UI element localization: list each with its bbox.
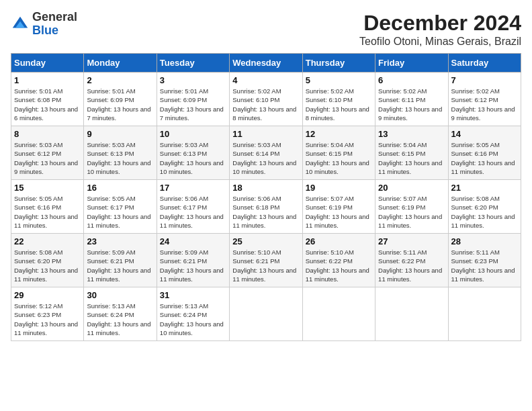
day-info: Sunrise: 5:01 AMSunset: 6:09 PMDaylight:… xyxy=(160,87,226,122)
logo-icon xyxy=(11,15,30,34)
calendar-cell: 31Sunrise: 5:13 AMSunset: 6:24 PMDayligh… xyxy=(157,287,229,341)
header-thursday: Thursday xyxy=(302,54,375,73)
day-number: 16 xyxy=(87,183,153,193)
day-info: Sunrise: 5:02 AMSunset: 6:10 PMDaylight:… xyxy=(232,87,299,122)
day-number: 9 xyxy=(87,129,153,139)
week-row-1: 1Sunrise: 5:01 AMSunset: 6:08 PMDaylight… xyxy=(11,73,521,126)
calendar-cell: 23Sunrise: 5:09 AMSunset: 6:21 PMDayligh… xyxy=(84,234,157,287)
calendar-cell: 2Sunrise: 5:01 AMSunset: 6:09 PMDaylight… xyxy=(84,73,157,126)
day-number: 8 xyxy=(14,129,81,139)
calendar-cell xyxy=(375,287,448,341)
calendar-cell: 11Sunrise: 5:03 AMSunset: 6:14 PMDayligh… xyxy=(230,126,302,180)
calendar-cell: 7Sunrise: 5:02 AMSunset: 6:12 PMDaylight… xyxy=(448,73,521,126)
day-number: 6 xyxy=(378,75,445,85)
day-info: Sunrise: 5:03 AMSunset: 6:13 PMDaylight:… xyxy=(160,140,226,176)
day-info: Sunrise: 5:04 AMSunset: 6:15 PMDaylight:… xyxy=(306,140,372,176)
calendar-cell: 28Sunrise: 5:11 AMSunset: 6:23 PMDayligh… xyxy=(448,234,521,287)
day-number: 11 xyxy=(232,129,299,139)
week-row-5: 29Sunrise: 5:12 AMSunset: 6:23 PMDayligh… xyxy=(11,287,521,341)
calendar-cell: 4Sunrise: 5:02 AMSunset: 6:10 PMDaylight… xyxy=(230,73,302,126)
day-number: 28 xyxy=(451,236,518,246)
day-info: Sunrise: 5:13 AMSunset: 6:24 PMDaylight:… xyxy=(160,302,226,337)
calendar-cell: 5Sunrise: 5:02 AMSunset: 6:10 PMDaylight… xyxy=(302,73,375,126)
day-number: 29 xyxy=(14,290,81,300)
day-info: Sunrise: 5:01 AMSunset: 6:08 PMDaylight:… xyxy=(14,87,81,122)
week-row-2: 8Sunrise: 5:03 AMSunset: 6:12 PMDaylight… xyxy=(11,126,521,180)
logo: General Blue xyxy=(11,11,77,38)
day-info: Sunrise: 5:11 AMSunset: 6:22 PMDaylight:… xyxy=(378,248,445,283)
calendar-cell: 20Sunrise: 5:07 AMSunset: 6:19 PMDayligh… xyxy=(375,180,448,234)
day-number: 26 xyxy=(306,236,372,246)
day-number: 27 xyxy=(378,236,445,246)
subtitle: Teofilo Otoni, Minas Gerais, Brazil xyxy=(359,36,521,48)
calendar-cell: 10Sunrise: 5:03 AMSunset: 6:13 PMDayligh… xyxy=(157,126,229,180)
calendar-cell: 16Sunrise: 5:05 AMSunset: 6:17 PMDayligh… xyxy=(84,180,157,234)
day-number: 10 xyxy=(160,129,226,139)
header-sunday: Sunday xyxy=(11,54,84,73)
calendar-cell: 24Sunrise: 5:09 AMSunset: 6:21 PMDayligh… xyxy=(157,234,229,287)
day-info: Sunrise: 5:09 AMSunset: 6:21 PMDaylight:… xyxy=(160,248,226,283)
day-number: 18 xyxy=(232,183,299,193)
day-info: Sunrise: 5:06 AMSunset: 6:17 PMDaylight:… xyxy=(160,194,226,230)
day-number: 17 xyxy=(160,183,226,193)
calendar-cell: 30Sunrise: 5:13 AMSunset: 6:24 PMDayligh… xyxy=(84,287,157,341)
day-number: 20 xyxy=(378,183,445,193)
week-row-4: 22Sunrise: 5:08 AMSunset: 6:20 PMDayligh… xyxy=(11,234,521,287)
day-info: Sunrise: 5:08 AMSunset: 6:20 PMDaylight:… xyxy=(451,194,518,230)
calendar-cell: 8Sunrise: 5:03 AMSunset: 6:12 PMDaylight… xyxy=(11,126,84,180)
day-number: 31 xyxy=(160,290,226,300)
calendar-cell: 3Sunrise: 5:01 AMSunset: 6:09 PMDaylight… xyxy=(157,73,229,126)
day-info: Sunrise: 5:07 AMSunset: 6:19 PMDaylight:… xyxy=(306,194,372,230)
header-tuesday: Tuesday xyxy=(157,54,229,73)
calendar-table: SundayMondayTuesdayWednesdayThursdayFrid… xyxy=(11,53,521,341)
calendar-cell: 29Sunrise: 5:12 AMSunset: 6:23 PMDayligh… xyxy=(11,287,84,341)
day-info: Sunrise: 5:08 AMSunset: 6:20 PMDaylight:… xyxy=(14,248,81,283)
day-number: 12 xyxy=(306,129,372,139)
calendar-cell: 26Sunrise: 5:10 AMSunset: 6:22 PMDayligh… xyxy=(302,234,375,287)
day-info: Sunrise: 5:01 AMSunset: 6:09 PMDaylight:… xyxy=(87,87,153,122)
calendar-cell: 15Sunrise: 5:05 AMSunset: 6:16 PMDayligh… xyxy=(11,180,84,234)
calendar-cell: 21Sunrise: 5:08 AMSunset: 6:20 PMDayligh… xyxy=(448,180,521,234)
day-number: 7 xyxy=(451,75,518,85)
day-info: Sunrise: 5:03 AMSunset: 6:13 PMDaylight:… xyxy=(87,140,153,176)
day-number: 15 xyxy=(14,183,81,193)
day-number: 2 xyxy=(87,75,153,85)
day-info: Sunrise: 5:04 AMSunset: 6:15 PMDaylight:… xyxy=(378,140,445,176)
calendar-cell: 25Sunrise: 5:10 AMSunset: 6:21 PMDayligh… xyxy=(230,234,302,287)
calendar-cell: 13Sunrise: 5:04 AMSunset: 6:15 PMDayligh… xyxy=(375,126,448,180)
day-number: 30 xyxy=(87,290,153,300)
day-number: 25 xyxy=(232,236,299,246)
day-info: Sunrise: 5:05 AMSunset: 6:16 PMDaylight:… xyxy=(14,194,81,230)
day-info: Sunrise: 5:09 AMSunset: 6:21 PMDaylight:… xyxy=(87,248,153,283)
title-block: December 2024 Teofilo Otoni, Minas Gerai… xyxy=(359,11,521,48)
day-number: 23 xyxy=(87,236,153,246)
calendar-cell xyxy=(230,287,302,341)
day-number: 24 xyxy=(160,236,226,246)
day-number: 19 xyxy=(306,183,372,193)
calendar-cell xyxy=(448,287,521,341)
day-number: 5 xyxy=(306,75,372,85)
calendar-cell: 9Sunrise: 5:03 AMSunset: 6:13 PMDaylight… xyxy=(84,126,157,180)
day-number: 3 xyxy=(160,75,226,85)
calendar-cell: 6Sunrise: 5:02 AMSunset: 6:11 PMDaylight… xyxy=(375,73,448,126)
month-title: December 2024 xyxy=(359,11,521,36)
calendar-cell: 27Sunrise: 5:11 AMSunset: 6:22 PMDayligh… xyxy=(375,234,448,287)
header-friday: Friday xyxy=(375,54,448,73)
day-info: Sunrise: 5:07 AMSunset: 6:19 PMDaylight:… xyxy=(378,194,445,230)
header-saturday: Saturday xyxy=(448,54,521,73)
calendar-cell: 17Sunrise: 5:06 AMSunset: 6:17 PMDayligh… xyxy=(157,180,229,234)
calendar-cell: 14Sunrise: 5:05 AMSunset: 6:16 PMDayligh… xyxy=(448,126,521,180)
day-info: Sunrise: 5:02 AMSunset: 6:10 PMDaylight:… xyxy=(306,87,372,122)
calendar-cell: 19Sunrise: 5:07 AMSunset: 6:19 PMDayligh… xyxy=(302,180,375,234)
logo-text: General Blue xyxy=(32,11,77,38)
day-info: Sunrise: 5:06 AMSunset: 6:18 PMDaylight:… xyxy=(232,194,299,230)
day-info: Sunrise: 5:05 AMSunset: 6:17 PMDaylight:… xyxy=(87,194,153,230)
day-number: 1 xyxy=(14,75,81,85)
day-info: Sunrise: 5:10 AMSunset: 6:22 PMDaylight:… xyxy=(306,248,372,283)
day-number: 14 xyxy=(451,129,518,139)
day-number: 22 xyxy=(14,236,81,246)
day-info: Sunrise: 5:13 AMSunset: 6:24 PMDaylight:… xyxy=(87,302,153,337)
day-info: Sunrise: 5:03 AMSunset: 6:12 PMDaylight:… xyxy=(14,140,81,176)
day-number: 13 xyxy=(378,129,445,139)
day-info: Sunrise: 5:03 AMSunset: 6:14 PMDaylight:… xyxy=(232,140,299,176)
